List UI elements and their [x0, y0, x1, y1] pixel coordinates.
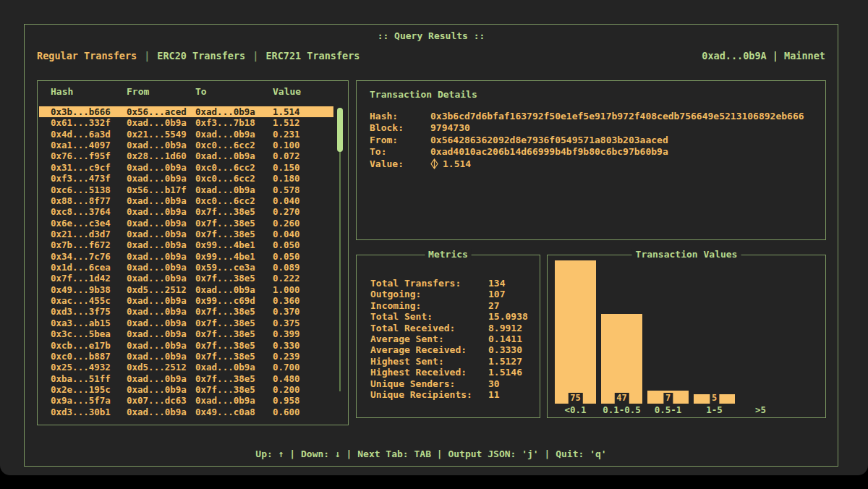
bar-value-label: 75 — [568, 393, 582, 404]
metric-value: 134 — [488, 278, 535, 289]
cell-value: 0.200 — [273, 384, 333, 395]
cell-value: 0.040 — [273, 229, 333, 239]
scrollbar-thumb[interactable] — [337, 108, 343, 152]
table-row[interactable]: 0xd3...3f750xad...0b9a0x7f...38e50.370 — [39, 306, 333, 317]
cell-from: 0xad...0b9a — [127, 407, 195, 417]
chart-bar: 75 — [555, 260, 596, 404]
cell-to: 0x7f...38e5 — [195, 318, 273, 328]
table-row[interactable]: 0xa1...40970xad...0b9a0xc0...6cc20.100 — [39, 140, 333, 150]
cell-hash: 0x7f...1d42 — [51, 273, 127, 284]
cell-hash: 0x61...332f — [51, 117, 127, 128]
metrics-title: Metrics — [425, 249, 472, 260]
table-row[interactable]: 0xf3...473f0xad...0b9a0xc0...6cc20.180 — [39, 173, 333, 184]
x-axis-label: 1-5 — [694, 404, 735, 415]
cell-hash: 0x1d...6cea — [51, 262, 127, 273]
table-row[interactable]: 0xba...51ff0xad...0b9a0x7f...38e50.480 — [39, 373, 333, 384]
cell-to: 0x7f...38e5 — [195, 384, 273, 395]
cell-value: 0.370 — [273, 306, 333, 317]
table-row[interactable]: 0x61...332f0xad...0b9a0xf3...7b181.512 — [39, 117, 333, 128]
table-row[interactable]: 0xa3...ab150xad...0b9a0x7f...38e50.375 — [39, 318, 333, 328]
metric-value: 1.5127 — [488, 356, 535, 367]
table-row[interactable]: 0xc0...b8870xad...0b9a0x7f...38e50.239 — [39, 351, 333, 362]
cell-from: 0xad...0b9a — [127, 306, 195, 317]
table-row[interactable]: 0x34...7c760xad...0b9a0x99...4be10.050 — [39, 251, 333, 262]
cell-hash: 0x6e...c3e4 — [51, 218, 127, 229]
cell-value: 0.399 — [273, 328, 333, 339]
metric-label: Total Received: — [370, 323, 488, 333]
table-row[interactable]: 0x7f...1d420xad...0b9a0x7f...38e50.222 — [39, 273, 333, 284]
cell-from: 0x21...5549 — [127, 129, 195, 140]
detail-field-label: To: — [370, 146, 430, 158]
table-row[interactable]: 0x9a...5f7a0x07...dc630xad...0b9a0.958 — [39, 395, 333, 406]
detail-field-label: From: — [370, 135, 430, 146]
bar-value-label: 7 — [663, 393, 673, 404]
tab-erc20-transfers[interactable]: ERC20 Transfers — [157, 50, 245, 61]
table-row[interactable]: 0x88...8f770xad...0b9a0xc0...6cc20.040 — [39, 195, 333, 206]
table-row[interactable]: 0xcb...e17b0xad...0b9a0x7f...38e50.330 — [39, 340, 333, 351]
cell-from: 0x56...aced — [127, 106, 195, 117]
cell-value: 1.514 — [273, 106, 333, 117]
table-row[interactable]: 0x4d...6a3d0x21...55490xad...0b9a0.231 — [39, 129, 333, 140]
table-body: 0x3b...b6660x56...aced0xad...0b9a1.5140x… — [39, 106, 333, 417]
cell-to: 0x99...4be1 — [195, 251, 273, 262]
x-axis-label: 0.5-1 — [647, 404, 689, 415]
cell-from: 0xd5...2512 — [127, 284, 195, 295]
cell-from: 0xad...0b9a — [127, 173, 195, 184]
table-row[interactable]: 0x21...d3d70xad...0b9a0x7f...38e50.040 — [39, 229, 333, 239]
cell-from: 0xad...0b9a — [127, 373, 195, 384]
cell-to: 0xc0...6cc2 — [195, 195, 273, 206]
tab-erc721-transfers[interactable]: ERC721 Transfers — [265, 50, 359, 61]
cell-value: 0.239 — [273, 351, 333, 362]
table-row[interactable]: 0x6e...c3e40xad...0b9a0x7f...38e50.260 — [39, 218, 333, 229]
metric-value: 0.3330 — [488, 344, 535, 355]
table-row[interactable]: 0x7b...f6720xad...0b9a0x99...4be10.050 — [39, 239, 333, 250]
cell-to: 0xad...0b9a — [195, 150, 273, 161]
table-row[interactable]: 0x49...9b380xd5...25120xad...0b9a1.000 — [39, 284, 333, 295]
cell-from: 0x07...dc63 — [127, 395, 195, 406]
cell-from: 0xad...0b9a — [127, 318, 195, 328]
cell-from: 0xad...0b9a — [127, 195, 195, 206]
table-row[interactable]: 0x76...f95f0x28...1d600xad...0b9a0.072 — [39, 150, 333, 161]
table-row[interactable]: 0x2e...195c0xad...0b9a0x7f...38e50.200 — [39, 384, 333, 395]
metric-value: 1.5146 — [488, 367, 535, 378]
cell-hash: 0x21...d3d7 — [51, 229, 127, 239]
detail-field: Hash:0x3b6cd7d6bfaf163792f50e1ef5e917b97… — [370, 111, 820, 122]
metric-value: 11 — [488, 389, 535, 400]
table-scrollbar[interactable] — [337, 108, 343, 420]
cell-value: 0.330 — [273, 340, 333, 351]
table-row[interactable]: 0x31...c9cf0xad...0b9a0xc0...6cc20.150 — [39, 162, 333, 173]
cell-to: 0x7f...38e5 — [195, 218, 273, 229]
app-title: :: Query Results :: — [25, 30, 838, 41]
detail-field-label: Block: — [370, 122, 430, 134]
cell-value: 0.375 — [273, 318, 333, 328]
table-row[interactable]: 0xd3...30b10xad...0b9a0x49...c0a80.600 — [39, 407, 333, 417]
details-title: Transaction Details — [370, 89, 477, 100]
cell-from: 0xad...0b9a — [127, 384, 195, 395]
cell-value: 0.100 — [273, 140, 333, 150]
cell-to: 0x7f...38e5 — [195, 351, 273, 362]
table-row[interactable]: 0xac...455c0xad...0b9a0x99...c69d0.360 — [39, 295, 333, 306]
cell-hash: 0xcb...e17b — [51, 340, 127, 351]
cell-hash: 0xc6...5138 — [51, 184, 127, 195]
cell-value: 1.512 — [273, 117, 333, 128]
chart-bar: 5 — [694, 394, 735, 404]
detail-field-value: 0xad4010ac206b14d66999b4bf9b80c6bc97b60b… — [430, 146, 820, 158]
tab-regular-transfers[interactable]: Regular Transfers — [37, 50, 137, 61]
table-row[interactable]: 0x1d...6cea0xad...0b9a0x59...ce3a0.089 — [39, 262, 333, 273]
metric-row: Total Transfers:134 — [370, 278, 535, 289]
table-row[interactable]: 0x25...49320xd5...25120xad...0b9a0.700 — [39, 362, 333, 373]
cell-from: 0xad...0b9a — [127, 229, 195, 239]
chart-bar: 47 — [601, 314, 642, 404]
metric-label: Average Received: — [370, 344, 488, 355]
table-row[interactable]: 0x3c...5bea0xad...0b9a0x7f...38e50.399 — [39, 328, 333, 339]
chart-bar: 7 — [647, 391, 689, 404]
metric-row: Average Received:0.3330 — [370, 344, 535, 355]
cell-hash: 0x31...c9cf — [51, 162, 127, 173]
metric-value: 30 — [488, 378, 535, 389]
table-row[interactable]: 0xc8...37640xad...0b9a0x7f...38e50.270 — [39, 206, 333, 217]
metric-label: Incoming: — [370, 300, 488, 311]
cell-value: 0.360 — [273, 295, 333, 306]
table-row[interactable]: 0x3b...b6660x56...aced0xad...0b9a1.514 — [39, 106, 333, 117]
table-row[interactable]: 0xc6...51380x56...b17f0xad...0b9a0.578 — [39, 184, 333, 195]
cell-to: 0x99...c69d — [195, 295, 273, 306]
